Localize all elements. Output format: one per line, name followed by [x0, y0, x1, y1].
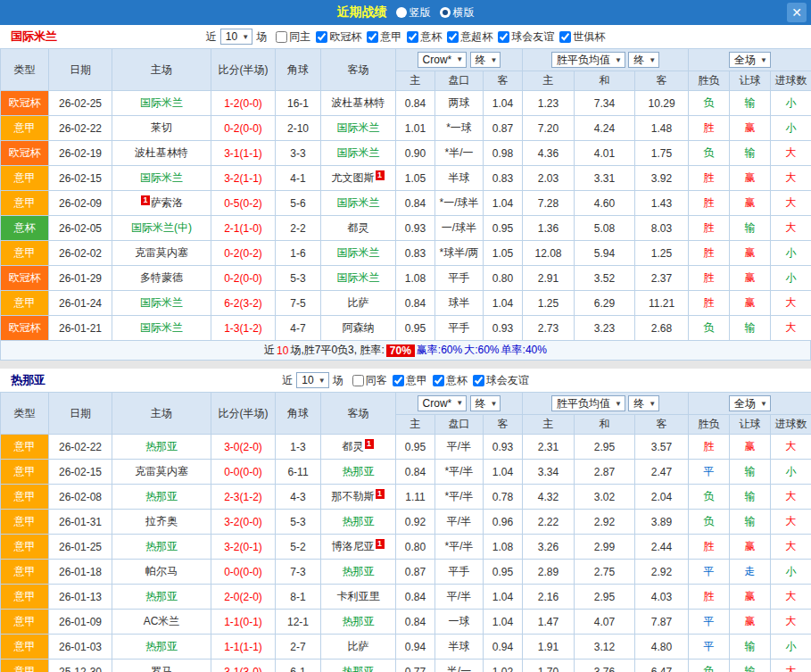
goals-result-cell: 小 [771, 560, 811, 585]
away-team-cell: 国际米兰 [321, 116, 396, 141]
avg-odds-select[interactable]: 胜平负均值▼ [551, 395, 625, 411]
result-cell: 胜 [689, 535, 730, 560]
col-date: 日期 [49, 49, 112, 91]
odds-source-select[interactable]: Crow*▼ [418, 395, 468, 411]
checkbox-input[interactable] [433, 375, 444, 386]
select-value: 终 [633, 396, 644, 411]
table-row: 意甲26-02-08热那亚2-3(1-2)4-3那不勒斯11.11*平/半0.7… [1, 485, 811, 510]
filter-checkbox-意甲[interactable]: 意甲 [393, 373, 427, 388]
avg-odds-time-select[interactable]: 终▼ [628, 52, 659, 68]
vertical-layout-label[interactable]: 竖版 [410, 5, 431, 21]
type-cell: 欧冠杯 [1, 316, 49, 341]
type-cell: 欧冠杯 [1, 91, 49, 116]
team-name-text: 多特蒙德 [140, 271, 183, 284]
avg-home-cell: 1.70 [523, 660, 575, 672]
select-value: 终 [633, 53, 644, 68]
result-cell: 胜 [689, 435, 730, 460]
filter-checkbox-欧冠杯[interactable]: 欧冠杯 [316, 29, 361, 45]
titlebar: 近期战绩 竖版 横版 ✕ [0, 0, 811, 25]
avg-away-cell: 2.44 [635, 535, 689, 560]
odds-time-select[interactable]: 终▼ [470, 52, 501, 68]
handicap-away-odds-cell: 0.83 [484, 166, 523, 191]
filter-checkbox-意超杯[interactable]: 意超杯 [447, 29, 492, 45]
checkbox-input[interactable] [447, 31, 459, 43]
avg-home-cell: 2.16 [523, 585, 575, 610]
corner-cell: 4-1 [276, 166, 321, 191]
recent-results-window: 近期战绩 竖版 横版 ✕ 国际米兰 近 10▼ 场 同主欧冠杯意甲意杯意超杯球会… [0, 0, 811, 672]
table-row: 意甲26-01-24国际米兰6-2(3-2)7-5比萨0.84球半1.041.2… [1, 291, 811, 316]
horizontal-layout-radio[interactable] [440, 7, 451, 18]
type-cell: 意甲 [1, 560, 49, 585]
table-row: 意甲26-02-15国际米兰3-2(1-1)4-1尤文图斯11.05半球0.83… [1, 166, 811, 191]
result-cell: 平 [689, 560, 730, 585]
filter-checkbox-球会友谊[interactable]: 球会友谊 [473, 373, 529, 388]
checkbox-input[interactable] [407, 31, 418, 43]
result-cell: 负 [689, 510, 730, 535]
handicap-home-odds-cell: 0.95 [396, 435, 435, 460]
avg-odds-time-select[interactable]: 终▼ [628, 395, 659, 411]
avg-away-cell: 8.03 [635, 216, 689, 241]
avg-away-cell: 7.87 [635, 610, 689, 635]
col-home: 主场 [112, 393, 211, 435]
fulltime-select[interactable]: 全场▼ [729, 52, 771, 68]
handicap-cell: *一球 [435, 116, 484, 141]
corner-cell: 16-1 [276, 91, 321, 116]
checkbox-input[interactable] [393, 375, 404, 386]
handicap-result-cell: 赢 [730, 116, 771, 141]
score-cell: 3-2(1-1) [211, 166, 276, 191]
select-value: Crow* [423, 397, 452, 410]
filter-checkbox-世俱杯[interactable]: 世俱杯 [559, 29, 605, 45]
filter-checkbox-同主[interactable]: 同主 [276, 29, 310, 45]
handicap-away-odds-cell: 0.93 [484, 435, 523, 460]
handicap-result-cell: 输 [730, 485, 771, 510]
avg-away-cell: 4.80 [635, 635, 689, 660]
avg-odds-select[interactable]: 胜平负均值▼ [551, 52, 625, 68]
inter-results-table: 类型 日期 主场 比分(半场) 角球 客场 Crow*▼ 终▼ 胜平负均值▼ 终… [0, 48, 811, 341]
fulltime-header-cell: 全场▼ [689, 393, 811, 415]
games-count-select[interactable]: 10▼ [220, 29, 252, 45]
avg-draw-cell: 4.07 [575, 610, 635, 635]
subcol-odds-home: 主 [396, 71, 435, 91]
checkbox-input[interactable] [276, 31, 287, 43]
checkbox-input[interactable] [559, 31, 571, 43]
select-value: 胜平负均值 [557, 396, 610, 411]
table-row: 意甲26-01-09AC米兰1-1(0-1)12-1热那亚0.84一球1.041… [1, 610, 811, 635]
handicap-home-odds-cell: 1.08 [396, 266, 435, 291]
vertical-layout-radio[interactable] [396, 7, 407, 18]
checkbox-input[interactable] [473, 375, 484, 386]
handicap-home-odds-cell: 0.95 [396, 316, 435, 341]
checkbox-input[interactable] [498, 31, 509, 43]
filter-checkbox-意杯[interactable]: 意杯 [407, 29, 442, 45]
avg-draw-cell: 2.92 [575, 510, 635, 535]
handicap-cell: 平/半 [435, 585, 484, 610]
team-name-text: AC米兰 [144, 615, 180, 627]
score-cell: 3-1(3-0) [211, 660, 276, 672]
filter-checkbox-意杯[interactable]: 意杯 [433, 373, 468, 388]
checkbox-input[interactable] [352, 375, 364, 386]
corner-cell: 2-2 [276, 216, 321, 241]
type-cell: 意甲 [1, 535, 49, 560]
select-value: 全场 [734, 396, 756, 411]
score-cell: 3-0(2-0) [211, 435, 276, 460]
team-name-text: 那不勒斯 [332, 490, 375, 502]
red-card-badge: 1 [141, 195, 150, 205]
filter-checkbox-意甲[interactable]: 意甲 [367, 29, 401, 45]
handicap-home-odds-cell: 0.84 [396, 91, 435, 116]
filter-checkbox-同客[interactable]: 同客 [352, 373, 387, 388]
fulltime-select[interactable]: 全场▼ [729, 395, 771, 411]
avg-away-cell: 3.92 [635, 166, 689, 191]
filter-checkbox-球会友谊[interactable]: 球会友谊 [498, 29, 554, 45]
checkbox-input[interactable] [367, 31, 378, 43]
checkbox-input[interactable] [316, 31, 327, 43]
home-team-cell: AC米兰 [112, 610, 211, 635]
checkbox-label: 意杯 [446, 373, 468, 388]
horizontal-layout-label[interactable]: 横版 [453, 5, 475, 21]
odds-source-select[interactable]: Crow*▼ [418, 52, 468, 68]
date-cell: 26-01-09 [49, 610, 112, 635]
home-team-cell: 拉齐奥 [112, 510, 211, 535]
close-icon[interactable]: ✕ [787, 3, 807, 22]
away-team-cell: 国际米兰 [321, 266, 396, 291]
odds-time-select[interactable]: 终▼ [470, 395, 501, 411]
subcol-avg-draw: 和 [575, 415, 635, 435]
games-count-select[interactable]: 10▼ [296, 372, 328, 388]
